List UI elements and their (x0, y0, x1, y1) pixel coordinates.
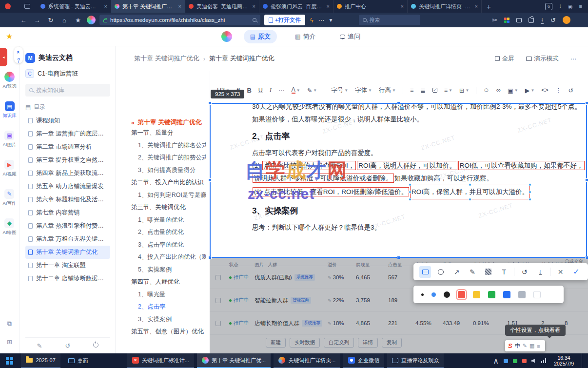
color-swatch-blue[interactable] (503, 291, 510, 298)
screenshot-icon[interactable] (516, 18, 522, 22)
scissors-icon[interactable]: ✂ (492, 17, 497, 24)
tab-close-icon[interactable]: × (327, 3, 330, 9)
power-icon[interactable] (93, 342, 98, 348)
rail-item-knowledge[interactable]: ▤知识库 (2, 101, 17, 119)
selection-handle[interactable] (585, 178, 588, 182)
browser-tab-5[interactable]: 推广中心× (333, 0, 408, 13)
chapter-item[interactable]: 第五章 助力店铺流量爆发 (25, 180, 110, 193)
box-handle[interactable] (529, 191, 531, 194)
open-file-button[interactable]: +打开文件 (264, 15, 305, 25)
ime-pen-icon[interactable]: ✎ (523, 343, 527, 349)
clipboard-icon[interactable]: ⧉ (7, 320, 12, 328)
address-bar[interactable]: https://os.medeyun.com/file/zhishiku/cla… (99, 15, 260, 25)
bookmark-star-icon[interactable]: ★ (73, 17, 83, 24)
selection-handle[interactable] (397, 256, 400, 259)
bullet-list-icon[interactable]: ≡ (410, 87, 413, 94)
selection-handle[interactable] (208, 101, 212, 105)
toc-item[interactable]: 第二节、投入产出比的认识 (131, 176, 206, 189)
box-handle[interactable] (529, 183, 531, 186)
back-icon[interactable]: ← (19, 17, 28, 24)
edit-icon[interactable]: ✎ (37, 342, 42, 349)
user-icon[interactable]: ◉ (568, 3, 573, 10)
mosaic-tool[interactable] (482, 266, 494, 278)
taskbar-item-desktop[interactable]: 桌面 (63, 353, 93, 368)
taskbar-clock[interactable]: 16:34 2025/7/9 (554, 355, 574, 367)
menu-icon[interactable]: ≡ (579, 3, 582, 9)
color-swatch-yellow[interactable] (473, 291, 480, 298)
toc-item[interactable]: 4、投入产出比的优化（观察7天/15... (131, 251, 206, 264)
color-swatch-white[interactable] (533, 291, 541, 298)
line-height-select[interactable]: 行高▼ (379, 86, 396, 95)
ellipse-tool[interactable] (435, 266, 447, 278)
ai-assistant-icon[interactable] (87, 16, 96, 24)
ime-board-icon[interactable]: ▦ (529, 343, 534, 349)
taskbar-item-app2[interactable]: 关键词推广详情页... (274, 353, 340, 368)
course-selector[interactable]: C C1-电商运营班 (25, 69, 110, 78)
taskbar-item-wecom[interactable]: 企业微信 (343, 353, 384, 368)
home-icon[interactable]: ⌂ (59, 17, 69, 24)
ime-lang-toggle[interactable]: 中 (515, 342, 520, 349)
rectangle-tool[interactable] (419, 266, 431, 278)
fullscreen-button[interactable]: 全屏 (495, 55, 514, 63)
toc-item[interactable]: 3、点击率的优化 (131, 239, 206, 252)
kb-search-input[interactable] (36, 87, 99, 93)
browser-tab-4[interactable]: 俊强澳门风云_百度搜索× (259, 0, 333, 13)
chapter-item[interactable]: 第六章 标题精细化及活动报 (25, 193, 110, 206)
bold-button[interactable]: B (247, 87, 251, 94)
toc-item-active[interactable]: 2、点击率 (131, 301, 206, 313)
color-swatch-red[interactable] (458, 291, 465, 298)
box-handle[interactable] (409, 198, 412, 201)
selection-handle[interactable] (208, 256, 212, 259)
breadcrumb-parent[interactable]: 第十章 关键词推广优化 (134, 54, 199, 63)
apps-icon[interactable]: ⊞ (7, 338, 12, 346)
workspace-icon[interactable] (24, 4, 30, 9)
chapter-item[interactable]: 第三章 提升权重之自然搜索 (25, 154, 110, 167)
show-desktop-button[interactable] (582, 353, 584, 368)
chapter-item[interactable]: 课程须知 (25, 114, 110, 127)
extensions-icon[interactable] (529, 18, 534, 23)
download-icon[interactable]: ↓ (559, 2, 562, 10)
taskbar-item-live-comments[interactable]: 直播评论及观众 (387, 353, 444, 368)
font-family-select[interactable]: 字体▼ (355, 86, 372, 95)
arrow-tool[interactable]: ↗ (451, 266, 463, 278)
toc-item[interactable]: 第四节、人群优化 (131, 276, 206, 289)
color-swatch-gray[interactable] (518, 291, 526, 298)
network-icon[interactable] (541, 358, 546, 363)
font-color-button[interactable]: A▼ (292, 87, 300, 94)
ime-menu-icon[interactable]: ≡ (537, 343, 540, 349)
taskbar-item-app1[interactable]: ✕关键词推广标准计... (127, 353, 194, 368)
pen-tool[interactable]: ✎ (467, 266, 478, 278)
toc-item[interactable]: 3、如何提高质量得分 (131, 164, 206, 177)
collapse-icon[interactable]: « (16, 51, 21, 54)
more-actions-icon[interactable]: ⋯ (570, 55, 577, 62)
emoji-icon[interactable]: ☺ (483, 87, 490, 94)
tab-close-icon[interactable]: × (178, 3, 181, 9)
toc-item[interactable]: 1、曝光量的优化 (131, 214, 206, 227)
taskbar-item-browser[interactable]: 第十章 关键词推广优... (197, 353, 271, 368)
history-icon[interactable]: ↺ (550, 17, 556, 24)
sogou-icon[interactable]: S (508, 342, 512, 349)
box-handle[interactable] (469, 198, 471, 201)
reload-icon[interactable]: ↻ (46, 17, 56, 24)
pin-icon[interactable] (18, 58, 20, 60)
font-size-select[interactable]: 字号▼ (331, 86, 348, 95)
quick-launch-icon[interactable]: ϟ (310, 17, 314, 24)
stroke-size-small[interactable] (421, 293, 424, 296)
selection-handle[interactable] (585, 101, 588, 105)
chapter-item[interactable]: 第八章 热浪引擎和付费推广训 (25, 219, 110, 232)
apps-grid-icon[interactable] (504, 18, 510, 23)
new-tab-button[interactable]: + (482, 2, 496, 11)
profile-avatar[interactable] (563, 16, 570, 24)
tray-expand-icon[interactable]: ∧ (493, 356, 499, 366)
chapter-item[interactable]: 第七章 内容营销 (25, 206, 110, 219)
downloads-icon[interactable]: ↓ (541, 16, 544, 24)
selection-handle[interactable] (585, 256, 588, 259)
link-icon[interactable]: ∞ (496, 87, 501, 94)
stroke-size-large[interactable] (444, 291, 450, 298)
chapter-item[interactable]: 第二章 市场调查分析 (25, 140, 110, 154)
tray-app-green[interactable] (513, 359, 517, 363)
kb-search[interactable] (25, 84, 110, 97)
box-handle[interactable] (529, 198, 531, 201)
rail-item-ai-image[interactable]: ▣AI图片 (3, 131, 17, 148)
more-format-icon[interactable]: ⋯ (278, 87, 285, 94)
